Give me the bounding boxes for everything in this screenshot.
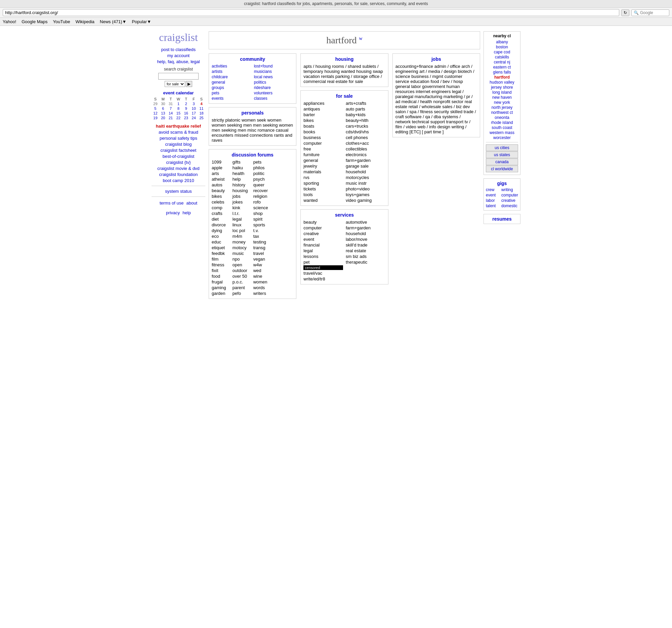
forsale-motorcycles[interactable]: motorcycles xyxy=(346,175,385,180)
cal-day[interactable]: 14 xyxy=(167,111,175,116)
help-faq-link[interactable]: help, faq, abuse, legal xyxy=(151,59,205,64)
personal-safety-link[interactable]: personal safety tips xyxy=(151,136,205,141)
housing-wanted[interactable]: housing wanted xyxy=(324,69,355,74)
services-creative[interactable]: creative xyxy=(304,231,343,236)
cal-day[interactable]: 17 xyxy=(190,111,197,116)
forum-educ[interactable]: educ xyxy=(212,240,231,245)
jobs-security[interactable]: security xyxy=(434,109,449,114)
cal-day[interactable]: 13 xyxy=(159,111,167,116)
forum-1099[interactable]: 1099 xyxy=(212,159,231,165)
nearby-northwest-ct[interactable]: northwest ct xyxy=(486,110,518,115)
services-lessons[interactable]: lessons xyxy=(304,254,343,259)
cal-today[interactable]: 4 xyxy=(197,101,205,106)
haiti-relief-link[interactable]: haiti earthquake relief xyxy=(151,124,205,129)
foundation-link[interactable]: craigslist foundation xyxy=(151,172,205,177)
forum-health[interactable]: health xyxy=(233,171,252,176)
forum-npo[interactable]: npo xyxy=(233,257,252,261)
us-states-button[interactable]: us states xyxy=(486,151,518,158)
jobs-government[interactable]: government xyxy=(422,84,445,89)
housing-parking[interactable]: parking / storage xyxy=(335,74,368,79)
forsale-antiques[interactable]: antiques xyxy=(304,106,343,111)
services-labormove[interactable]: labor/move xyxy=(346,237,385,242)
forum-jokes[interactable]: jokes xyxy=(233,200,252,204)
forum-apple[interactable]: apple xyxy=(212,165,231,170)
gigs-computer[interactable]: computer xyxy=(501,193,518,198)
help-link[interactable]: help xyxy=(183,210,191,215)
forsale-autoparts[interactable]: auto parts xyxy=(346,106,385,111)
forum-comp[interactable]: comp xyxy=(212,205,231,210)
forsale-videogaming[interactable]: video gaming xyxy=(346,198,385,203)
forum-crafts[interactable]: crafts xyxy=(212,211,231,216)
post-classifieds-link[interactable]: post to classifieds xyxy=(151,47,205,52)
community-pets[interactable]: pets xyxy=(212,91,251,95)
nav-google-maps[interactable]: Google Maps xyxy=(22,19,47,24)
my-account-link[interactable]: my account xyxy=(151,53,205,58)
forsale-business[interactable]: business xyxy=(304,135,343,140)
gigs-domestic[interactable]: domestic xyxy=(501,203,518,208)
jobs-admin[interactable]: admin / office xyxy=(434,64,460,69)
privacy-link[interactable]: privacy xyxy=(166,210,180,215)
forum-words[interactable]: words xyxy=(253,285,273,290)
forum-linux[interactable]: linux xyxy=(233,222,252,227)
personals-women-seeking-men[interactable]: women seeking men xyxy=(212,123,252,128)
nearby-new-haven[interactable]: new haven xyxy=(486,95,518,100)
jobs-web[interactable]: web / info design xyxy=(417,124,450,129)
cal-day[interactable]: 6 xyxy=(159,106,167,111)
nearby-rhode-island[interactable]: rhode island xyxy=(486,120,518,125)
community-rideshare[interactable]: rideshare xyxy=(254,85,294,90)
forum-open[interactable]: open xyxy=(233,262,252,267)
forsale-electronics[interactable]: electronics xyxy=(346,152,385,157)
cal-day[interactable]: 12 xyxy=(151,111,159,116)
forum-gaming[interactable]: gaming xyxy=(212,285,231,290)
personals-missed[interactable]: missed connections xyxy=(235,133,273,138)
nearby-south-coast[interactable]: south coast xyxy=(486,125,518,130)
jobs-retail[interactable]: retail / wholesale xyxy=(409,104,441,109)
housing-apts[interactable]: apts / housing xyxy=(304,64,331,69)
forum-recover[interactable]: recover xyxy=(253,188,273,193)
nearby-boston[interactable]: boston xyxy=(486,45,518,49)
forum-pefo[interactable]: pefo xyxy=(233,291,252,296)
nearby-albany[interactable]: albany xyxy=(486,40,518,44)
forum-gifts[interactable]: gifts xyxy=(233,159,252,165)
forum-fixit[interactable]: fixit xyxy=(212,268,231,273)
forsale-household[interactable]: household xyxy=(346,169,385,174)
forum-eco[interactable]: eco xyxy=(212,234,231,239)
housing-swap[interactable]: housing swap xyxy=(356,69,383,74)
housing-realestate[interactable]: real estate for sale xyxy=(327,79,363,84)
refresh-button[interactable]: ↻ xyxy=(621,9,629,16)
forum-feedbk[interactable]: feedbk xyxy=(212,251,231,256)
us-cities-button[interactable]: us cities xyxy=(486,144,518,151)
jobs-general-labor[interactable]: general labor xyxy=(395,84,421,89)
movie-dvd-link[interactable]: craigslist movie & dvd xyxy=(151,166,205,171)
search-go-button[interactable]: ▶ xyxy=(186,81,192,87)
jobs-manufacturing[interactable]: manufacturing xyxy=(415,94,442,99)
nearby-new-york[interactable]: new york xyxy=(486,100,518,105)
community-politics[interactable]: politics xyxy=(254,80,294,85)
nearby-hartford[interactable]: hartford xyxy=(486,75,518,80)
nearby-cape-cod[interactable]: cape cod xyxy=(486,50,518,54)
forum-music[interactable]: music xyxy=(233,251,252,256)
forum-kink[interactable]: kink xyxy=(233,205,252,210)
forum-queer[interactable]: queer xyxy=(253,182,273,187)
forum-autos[interactable]: autos xyxy=(212,182,231,187)
forum-science[interactable]: science xyxy=(253,205,273,210)
community-general[interactable]: general xyxy=(212,80,251,85)
cal-day[interactable]: 23 xyxy=(182,116,190,120)
jobs-etc[interactable]: [ETC] xyxy=(410,129,421,134)
forum-dying[interactable]: dying xyxy=(212,228,231,233)
cal-day[interactable]: 10 xyxy=(190,106,197,111)
nav-youtube[interactable]: YouTube xyxy=(53,19,70,24)
forum-politic[interactable]: politic xyxy=(253,171,273,176)
forum-pets[interactable]: pets xyxy=(253,159,273,165)
forum-vegan[interactable]: vegan xyxy=(253,257,273,261)
forum-fitness[interactable]: fitness xyxy=(212,262,231,267)
tv-link[interactable]: craigslist {tv} xyxy=(151,160,205,165)
gigs-creative[interactable]: creative xyxy=(501,198,518,203)
nearby-worcester[interactable]: worcester xyxy=(486,135,518,140)
forsale-wanted[interactable]: wanted xyxy=(304,198,343,203)
search-category-select[interactable]: for sale xyxy=(165,81,185,87)
forum-transg[interactable]: transg xyxy=(253,245,273,250)
nav-popular[interactable]: Popular▼ xyxy=(132,19,151,24)
forum-ltr[interactable]: l.t.r. xyxy=(233,211,252,216)
housing-rooms[interactable]: rooms / shared xyxy=(332,64,361,69)
